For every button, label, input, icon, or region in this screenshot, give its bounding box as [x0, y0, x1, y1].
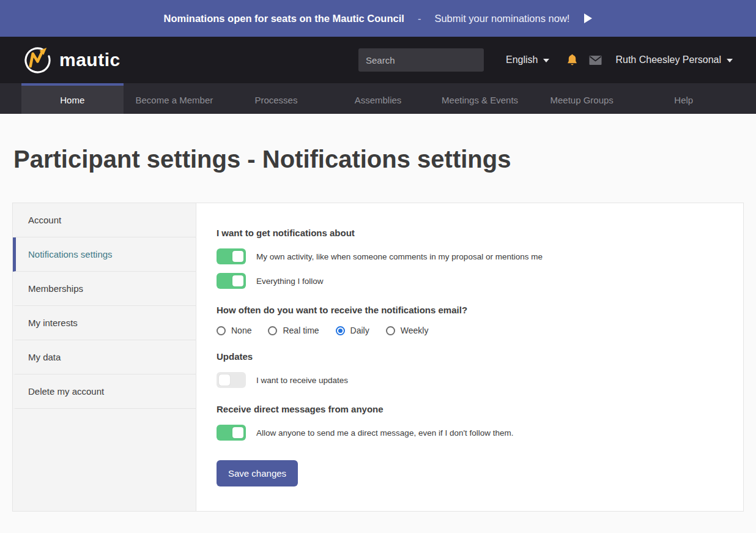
receive-updates-label: I want to receive updates: [256, 376, 348, 385]
sidebar-item-memberships[interactable]: Memberships: [13, 272, 196, 306]
radio-label: Real time: [283, 326, 319, 335]
radio-button[interactable]: [268, 326, 277, 335]
page-title: Participant settings - Notifications set…: [13, 146, 756, 173]
envelope-icon: [589, 56, 602, 65]
banner-headline: Nominations open for seats on the Mautic…: [164, 13, 404, 24]
allow-direct-messages-toggle[interactable]: [217, 425, 246, 441]
notifications-bell-button[interactable]: [566, 54, 578, 67]
radio-label: Daily: [350, 326, 369, 335]
announcement-banner: Nominations open for seats on the Mautic…: [0, 0, 756, 37]
mautic-logo-icon: [23, 46, 52, 75]
search-box[interactable]: [358, 48, 484, 72]
user-name: Ruth Cheesley Personal: [615, 54, 721, 65]
radio-button[interactable]: [217, 326, 226, 335]
site-header: mautic English Ruth Cheesley Personal: [0, 37, 756, 83]
nav-item-meetup-groups[interactable]: Meetup Groups: [531, 83, 633, 114]
own-activity-toggle[interactable]: [217, 248, 246, 264]
section-heading-email-frequency: How often do you want to receive the not…: [217, 305, 719, 315]
receive-updates-toggle[interactable]: [217, 372, 246, 388]
follow-everything-label: Everything I follow: [256, 277, 324, 286]
settings-card: Account Notifications settings Membershi…: [12, 203, 744, 512]
toggle-knob: [232, 427, 243, 438]
toggle-knob: [232, 275, 243, 286]
toggle-knob: [232, 251, 243, 262]
bell-icon: [566, 54, 578, 67]
language-dropdown[interactable]: English: [506, 54, 549, 65]
settings-sidebar: Account Notifications settings Membershi…: [13, 203, 196, 511]
search-input[interactable]: [366, 55, 487, 65]
follow-everything-row: Everything I follow: [217, 273, 719, 289]
own-activity-row: My own activity, like when someone comme…: [217, 248, 719, 264]
frequency-option-real-time[interactable]: Real time: [268, 326, 319, 335]
sidebar-item-notifications-settings[interactable]: Notifications settings: [13, 237, 196, 272]
sidebar-item-my-interests[interactable]: My interests: [13, 306, 196, 340]
user-menu-dropdown[interactable]: Ruth Cheesley Personal: [615, 54, 733, 65]
banner-cta-link[interactable]: Submit your nominations now!: [434, 13, 569, 24]
nav-item-home[interactable]: Home: [21, 83, 124, 114]
nav-item-meetings-events[interactable]: Meetings & Events: [429, 83, 531, 114]
play-icon[interactable]: [584, 13, 592, 23]
notifications-settings-panel: I want to get notifications about My own…: [196, 203, 743, 511]
banner-separator: -: [418, 13, 421, 24]
radio-label: Weekly: [401, 326, 429, 335]
mautic-logo[interactable]: mautic: [23, 46, 120, 75]
sidebar-item-account[interactable]: Account: [13, 203, 196, 237]
frequency-option-none[interactable]: None: [217, 326, 251, 335]
toggle-knob: [219, 375, 230, 386]
frequency-radio-group: None Real time Daily Weekly: [217, 326, 719, 335]
sidebar-item-my-data[interactable]: My data: [13, 340, 196, 375]
section-heading-updates: Updates: [217, 351, 719, 362]
nav-item-processes[interactable]: Processes: [225, 83, 327, 114]
allow-direct-messages-row: Allow anyone to send me a direct message…: [217, 425, 719, 441]
nav-item-help[interactable]: Help: [632, 83, 735, 114]
caret-down-icon: [727, 59, 733, 62]
section-heading-direct-messages: Receive direct messages from anyone: [217, 404, 719, 414]
section-heading-notifications-about: I want to get notifications about: [217, 228, 719, 238]
follow-everything-toggle[interactable]: [217, 273, 246, 289]
nav-item-assemblies[interactable]: Assemblies: [327, 83, 429, 114]
radio-label: None: [231, 326, 251, 335]
receive-updates-row: I want to receive updates: [217, 372, 719, 388]
own-activity-label: My own activity, like when someone comme…: [256, 252, 543, 261]
sidebar-item-delete-my-account[interactable]: Delete my account: [13, 375, 196, 409]
logo-wordmark: mautic: [59, 50, 120, 70]
allow-direct-messages-label: Allow anyone to send me a direct message…: [256, 428, 514, 438]
main-nav: Home Become a Member Processes Assemblie…: [0, 83, 756, 114]
save-changes-button[interactable]: Save changes: [217, 460, 298, 486]
caret-down-icon: [543, 59, 549, 62]
radio-button[interactable]: [336, 326, 345, 335]
radio-button[interactable]: [386, 326, 395, 335]
language-label: English: [506, 54, 538, 65]
messages-button[interactable]: [589, 56, 602, 65]
frequency-option-daily[interactable]: Daily: [336, 326, 369, 335]
frequency-option-weekly[interactable]: Weekly: [386, 326, 429, 335]
nav-item-become-a-member[interactable]: Become a Member: [124, 83, 226, 114]
